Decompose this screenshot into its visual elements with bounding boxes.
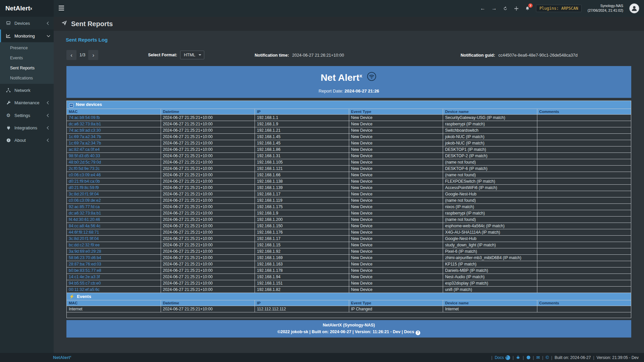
table-cell: Nest-Audio (IP match) bbox=[443, 274, 537, 280]
mac-link[interactable]: 92:ac:85:77:fd:ca bbox=[67, 204, 161, 210]
mac-link[interactable]: 74:ac:b9:54:09:fb bbox=[67, 115, 161, 121]
sent-reports-log-link[interactable]: Sent Reports Log bbox=[66, 37, 108, 43]
sidebar-item-notifications[interactable]: Notifications bbox=[0, 73, 54, 83]
mac-link[interactable]: 1c:69:7a:a2:34:7b bbox=[67, 134, 161, 140]
host-info: Synology-NAS (27/06/2024, 21:41:02) bbox=[588, 4, 623, 13]
sidebar-item-presence[interactable]: Presence bbox=[0, 43, 54, 53]
table-cell: Google-Nest-Hub bbox=[443, 191, 537, 197]
sidebar-item-monitoring[interactable]: Monitoring bbox=[0, 29, 54, 42]
report-footer-line1: NetAlertX (Synology-NAS) bbox=[66, 322, 631, 328]
column-header: Device name bbox=[443, 109, 537, 115]
docs-link[interactable]: Docs? bbox=[495, 355, 510, 360]
footer-built: Built on: 2024-06-27 bbox=[554, 355, 591, 360]
mac-link[interactable]: 58:b6:23:70:d6:b4 bbox=[67, 255, 161, 261]
column-header: Event Type bbox=[349, 109, 443, 115]
table-row: 58:b6:23:70:d6:b42024-06-27 21:25:21+10:… bbox=[67, 255, 631, 261]
table-cell: 192.168.1.178 bbox=[255, 267, 349, 274]
notification-guid-value: cc44507e-8ea6-48e7-90c1-26de548ca37d bbox=[498, 53, 578, 58]
sidebar-item-events[interactable]: Events bbox=[0, 53, 54, 63]
table-row: ac:82:47:ca:0f:e42024-06-27 21:25:21+10:… bbox=[67, 146, 631, 153]
table-row: dc:a6:32:73:8a:b12024-06-27 21:25:21+10:… bbox=[67, 210, 631, 217]
notifications-bell-icon[interactable]: 7 bbox=[525, 6, 530, 11]
mac-link[interactable]: 3a:9d:69:e0:29:28 bbox=[67, 248, 161, 255]
email-icon[interactable]: ✉ bbox=[536, 355, 540, 360]
mac-link[interactable]: dc:a6:32:73:8a:b1 bbox=[67, 121, 161, 127]
sidebar-item-sent-reports[interactable]: Sent Reports bbox=[0, 63, 54, 73]
table-cell: 192.168.1.17 bbox=[255, 236, 349, 242]
mac-link[interactable]: 98:5f:d3:d5:40:33 bbox=[67, 153, 161, 159]
sidebar-item-network[interactable]: Network bbox=[0, 84, 54, 97]
format-select[interactable]: HTML bbox=[180, 51, 204, 59]
bug-report-icon[interactable] bbox=[516, 355, 520, 360]
mac-link[interactable]: f4:4d:30:61:20:46 bbox=[67, 217, 161, 223]
mac-link[interactable]: d0:21:f9:b4:ca:0b bbox=[67, 178, 161, 185]
forward-arrow-icon[interactable]: → bbox=[491, 5, 497, 11]
table-cell bbox=[537, 204, 631, 210]
table-cell: 192.168.1.31 bbox=[255, 153, 349, 159]
mac-link[interactable]: 28:87:ba:76:ed:03 bbox=[67, 261, 161, 267]
mac-link[interactable]: 14:c1:4e:2e:a3:3f bbox=[67, 274, 161, 280]
table-cell: New Device bbox=[349, 146, 443, 153]
table-cell bbox=[537, 261, 631, 267]
mac-link[interactable]: 3c:8d:20:f1:9f:04 bbox=[67, 236, 161, 242]
prev-page-button[interactable]: ‹ bbox=[66, 50, 76, 60]
next-page-button[interactable]: › bbox=[88, 50, 98, 60]
table-cell: 2024-06-27 21:25:21+10:00 bbox=[161, 178, 255, 185]
table-cell bbox=[537, 178, 631, 185]
table-cell: 192.168.1.94 bbox=[255, 274, 349, 280]
table-cell: KP115 (IP match) bbox=[443, 261, 537, 267]
host-time: (27/06/2024, 21:41:02) bbox=[588, 8, 623, 13]
separator: | bbox=[513, 355, 514, 360]
sidebar-item-about[interactable]: i About bbox=[0, 134, 54, 146]
report-footer: NetAlertX (Synology-NAS) ©2022 jokob-sk … bbox=[66, 320, 631, 338]
github-icon[interactable] bbox=[526, 355, 531, 360]
table-cell: 192.168.1.92 bbox=[255, 248, 349, 255]
table-cell: 192.168.1.121 bbox=[255, 166, 349, 172]
table-cell: 2024-06-27 21:25:21+10:00 bbox=[161, 287, 255, 293]
footer-brand[interactable]: NetAlertx bbox=[53, 355, 71, 360]
table-cell: New Device bbox=[349, 204, 443, 210]
notification-time-value: 2024-06-27 21:26:21+10:00 bbox=[292, 53, 344, 58]
table-cell: study_down_light (IP match) bbox=[443, 242, 537, 248]
mac-link[interactable]: c0:06:c3:09:de:e2 bbox=[67, 197, 161, 204]
mac-link[interactable]: 44:6f:f8:12:68:71 bbox=[67, 229, 161, 236]
mac-link[interactable]: 74:ac:b9:ad:c3:30 bbox=[67, 127, 161, 134]
chevron-left-icon bbox=[47, 101, 50, 105]
sidebar-item-maintenance[interactable]: Maintenance bbox=[0, 97, 54, 109]
mac-link[interactable]: bc:dd:c2:32:f9:ee bbox=[67, 242, 161, 248]
refresh-icon[interactable] bbox=[503, 6, 508, 11]
arrows-move-icon[interactable] bbox=[514, 6, 519, 11]
plugins-badge[interactable]: Plugins: ARPSCAN bbox=[536, 5, 582, 12]
table-cell: (name not found) bbox=[443, 159, 537, 166]
copyright-icon[interactable]: © bbox=[546, 355, 549, 360]
mac-link[interactable]: 1c:69:7a:a2:34:7b bbox=[67, 140, 161, 146]
mac-link[interactable]: 2c:f0:5d:9e:73:2c bbox=[67, 166, 161, 172]
mac-link[interactable]: d0:21:f9:8c:59:f9 bbox=[67, 185, 161, 191]
sidebar-item-devices[interactable]: Devices bbox=[0, 17, 54, 29]
table-cell: 192.168.1.163 bbox=[255, 261, 349, 267]
back-arrow-icon[interactable]: ← bbox=[480, 5, 485, 11]
table-cell bbox=[537, 267, 631, 274]
sidebar-item-integrations[interactable]: Integrations bbox=[0, 122, 54, 134]
bolt-icon: ⚡ bbox=[69, 294, 74, 299]
app-logo[interactable]: NetAlertx bbox=[0, 0, 54, 17]
mac-link[interactable]: 84:cc:a8:4a:56:4c bbox=[67, 223, 161, 229]
table-row: 94:b5:55:c7:cb:e02024-06-27 21:25:21+10:… bbox=[67, 280, 631, 287]
table-cell: 2024-06-27 21:25:21+10:00 bbox=[161, 255, 255, 261]
mac-link[interactable]: 3c:8d:20:f1:9f:04 bbox=[67, 191, 161, 197]
user-avatar[interactable] bbox=[629, 3, 639, 13]
notification-guid-group: Notification guid: cc44507e-8ea6-48e7-90… bbox=[461, 53, 578, 58]
sidebar-item-settings[interactable]: ⚙ Settings bbox=[0, 109, 54, 122]
table-cell: 192.168.1.1 bbox=[255, 115, 349, 121]
mac-link[interactable]: b0:be:83:51:77:e8 bbox=[67, 267, 161, 274]
sidebar-toggle-button[interactable] bbox=[54, 0, 69, 17]
page-title: Sent Reports bbox=[71, 20, 113, 28]
mac-link[interactable]: ac:82:47:ca:0f:e4 bbox=[67, 146, 161, 153]
mac-link[interactable]: 48:b0:2d:5c:79:0d bbox=[67, 159, 161, 166]
mac-link[interactable]: dc:a6:32:73:8a:b1 bbox=[67, 210, 161, 217]
table-cell: FLEXPOESwitch (IP match) bbox=[443, 178, 537, 185]
mac-link[interactable]: c0:06:c3:09:e4:46 bbox=[67, 172, 161, 178]
mac-link[interactable]: 94:b5:55:c7:cb:e0 bbox=[67, 280, 161, 287]
netalertx-logo-icon bbox=[366, 71, 377, 84]
mac-link[interactable]: 00:11:32:ef:a5:6c bbox=[67, 287, 161, 293]
